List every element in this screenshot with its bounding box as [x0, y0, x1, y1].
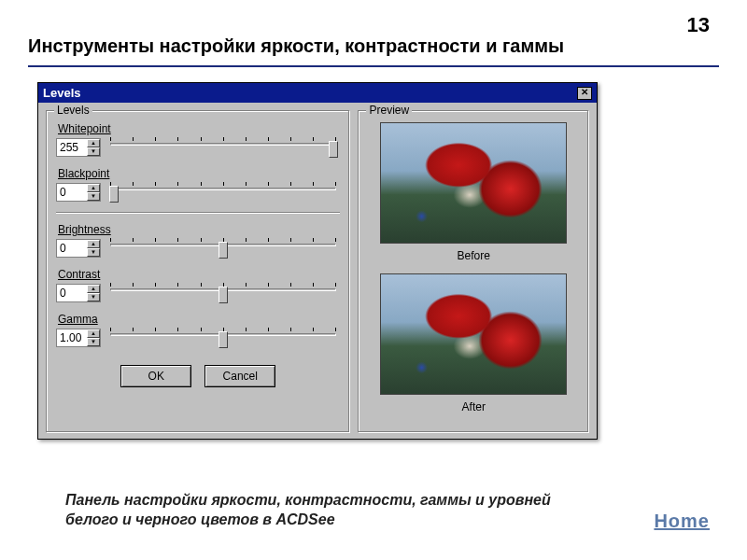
blackpoint-slider[interactable] [106, 182, 340, 203]
gamma-row: Gamma ▲ ▼ [56, 313, 340, 348]
levels-groupbox: Levels Whitepoint ▲ ▼ [46, 110, 350, 433]
contrast-thumb[interactable] [218, 287, 228, 303]
gamma-slider[interactable] [106, 328, 340, 348]
whitepoint-slider[interactable] [106, 137, 340, 158]
before-label: Before [368, 249, 579, 262]
whitepoint-row: Whitepoint ▲ ▼ [56, 122, 340, 158]
gamma-spin-up[interactable]: ▲ [87, 329, 100, 338]
whitepoint-spin-up[interactable]: ▲ [87, 139, 100, 147]
dialog-title: Levels [43, 86, 80, 100]
contrast-row: Contrast ▲ ▼ [56, 268, 340, 303]
levels-dialog: Levels ✕ Levels Whitepoint ▲ ▼ [37, 82, 598, 440]
blackpoint-label: Blackpoint [58, 167, 340, 180]
blackpoint-row: Blackpoint ▲ ▼ [56, 167, 340, 203]
blackpoint-numbox: ▲ ▼ [56, 183, 101, 202]
brightness-label: Brightness [58, 223, 340, 236]
gamma-spin-down[interactable]: ▼ [87, 338, 100, 346]
contrast-spin-up[interactable]: ▲ [87, 285, 100, 293]
brightness-spin-down[interactable]: ▼ [87, 248, 100, 257]
blackpoint-input[interactable] [57, 184, 87, 201]
blackpoint-spin-down[interactable]: ▼ [87, 192, 100, 201]
home-link[interactable]: Home [654, 511, 710, 532]
gamma-label: Gamma [58, 313, 340, 326]
preview-groupbox: Preview Before After [358, 110, 589, 433]
blackpoint-thumb[interactable] [109, 186, 119, 203]
page-caption: Панель настройки яркости, контрастности,… [65, 490, 570, 530]
cancel-button[interactable]: Cancel [204, 365, 275, 387]
brightness-row: Brightness ▲ ▼ [56, 223, 340, 259]
gamma-thumb[interactable] [218, 331, 228, 348]
whitepoint-label: Whitepoint [58, 122, 340, 135]
separator [56, 212, 340, 214]
brightness-spin-up[interactable]: ▲ [87, 240, 100, 248]
contrast-slider[interactable] [106, 283, 340, 303]
brightness-slider[interactable] [106, 238, 340, 259]
blackpoint-spin-up[interactable]: ▲ [87, 184, 100, 192]
dialog-titlebar[interactable]: Levels ✕ [38, 83, 597, 103]
close-button[interactable]: ✕ [577, 87, 592, 100]
ok-button[interactable]: OK [120, 365, 191, 387]
whitepoint-thumb[interactable] [329, 141, 338, 158]
page-title: Инструменты настройки яркости, контрастн… [28, 35, 564, 57]
levels-group-label: Levels [54, 104, 92, 117]
brightness-input[interactable] [57, 240, 87, 257]
whitepoint-spin-down[interactable]: ▼ [87, 147, 100, 156]
gamma-input[interactable] [57, 329, 87, 346]
whitepoint-input[interactable] [57, 139, 87, 156]
contrast-label: Contrast [58, 268, 340, 281]
preview-after-image [380, 273, 567, 395]
brightness-numbox: ▲ ▼ [56, 239, 101, 258]
page-number: 13 [687, 13, 710, 37]
whitepoint-numbox: ▲ ▼ [56, 138, 101, 157]
after-label: After [368, 400, 579, 413]
preview-before-image [380, 122, 567, 244]
contrast-numbox: ▲ ▼ [56, 284, 101, 302]
brightness-thumb[interactable] [218, 242, 228, 259]
preview-group-label: Preview [366, 104, 412, 117]
contrast-input[interactable] [57, 285, 87, 301]
gamma-numbox: ▲ ▼ [56, 329, 101, 347]
contrast-spin-down[interactable]: ▼ [87, 293, 100, 301]
title-divider [28, 65, 719, 67]
